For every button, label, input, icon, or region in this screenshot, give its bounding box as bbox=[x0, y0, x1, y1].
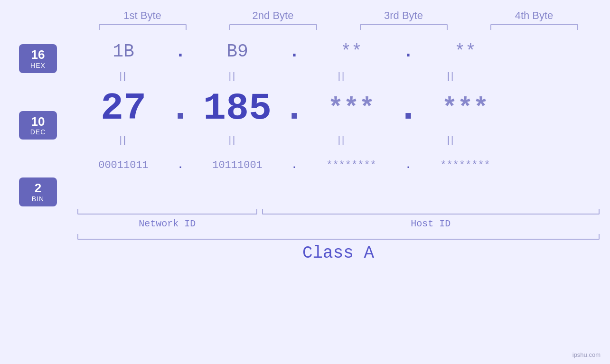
class-outer-bracket bbox=[77, 234, 600, 240]
bin-dot3: . bbox=[401, 159, 415, 171]
class-row: Class A bbox=[77, 234, 600, 263]
network-id-label: Network ID bbox=[77, 218, 258, 229]
bin-b4-value: ******** bbox=[440, 159, 490, 171]
bracket-bottom-host bbox=[262, 209, 599, 215]
hex-b4-value: ** bbox=[454, 41, 476, 62]
hex-b4-cell: ** bbox=[418, 41, 513, 62]
bin-row: 00011011 . 10111001 . ******** . *******… bbox=[66, 149, 610, 182]
hex-b1-value: 1B bbox=[113, 41, 134, 62]
bin-name: BIN bbox=[25, 195, 51, 203]
dec-b1-cell: 27 bbox=[76, 87, 171, 130]
eq1-b3: || bbox=[294, 71, 389, 82]
bottom-section: Network ID Host ID bbox=[77, 209, 600, 229]
bin-badge: 2 BIN bbox=[19, 177, 57, 206]
dec-b3-value: *** bbox=[328, 93, 375, 123]
byte2-header: 2nd Byte bbox=[225, 9, 320, 22]
eq1-b1: || bbox=[76, 71, 171, 82]
hex-b1-cell: 1B bbox=[76, 41, 171, 62]
dec-b4-value: *** bbox=[441, 93, 488, 123]
byte1-header: 1st Byte bbox=[95, 9, 190, 22]
dec-dot1: . bbox=[173, 87, 188, 130]
bin-dot2: . bbox=[287, 159, 301, 171]
bin-b1-cell: 00011011 bbox=[76, 159, 171, 171]
bracket-top-1 bbox=[99, 24, 187, 30]
hex-dot3: . bbox=[401, 41, 415, 62]
bin-b1-value: 00011011 bbox=[98, 159, 149, 171]
dec-dot3: . bbox=[401, 87, 415, 130]
dec-number: 10 bbox=[25, 115, 51, 129]
hex-name: HEX bbox=[25, 62, 51, 69]
host-id-label: Host ID bbox=[262, 218, 599, 229]
eq2-b3: || bbox=[294, 135, 389, 146]
bin-b2-cell: 10111001 bbox=[190, 159, 285, 171]
eq2-b1: || bbox=[76, 135, 171, 146]
hex-dot1: . bbox=[173, 41, 188, 62]
bin-b2-value: 10111001 bbox=[212, 159, 263, 171]
dec-b4-cell: *** bbox=[418, 93, 513, 123]
base-labels: 16 HEX 10 DEC 2 BIN bbox=[0, 44, 66, 206]
bin-b4-cell: ******** bbox=[418, 159, 513, 171]
dec-dot2: . bbox=[287, 87, 301, 130]
eq2-b4: || bbox=[404, 135, 498, 146]
hex-row: 1B . B9 . ** . ** bbox=[66, 35, 610, 68]
bracket-bottom-network bbox=[77, 209, 258, 215]
bracket-top-3 bbox=[360, 24, 448, 30]
dec-badge: 10 DEC bbox=[19, 111, 57, 140]
watermark: ipshu.com bbox=[572, 351, 601, 358]
bin-number: 2 bbox=[25, 181, 51, 195]
bracket-top-4 bbox=[490, 24, 578, 30]
hex-dot2: . bbox=[287, 41, 301, 62]
dec-name: DEC bbox=[25, 128, 51, 136]
dec-b2-cell: 185 bbox=[190, 87, 285, 130]
dec-b3-cell: *** bbox=[304, 93, 399, 123]
main-container: 1st Byte 2nd Byte 3rd Byte 4th Byte 16 H… bbox=[0, 0, 610, 364]
dec-b1-value: 27 bbox=[101, 87, 146, 130]
hex-badge: 16 HEX bbox=[19, 44, 57, 73]
hex-b3-cell: ** bbox=[304, 41, 399, 62]
hex-number: 16 bbox=[25, 48, 51, 62]
hex-b2-cell: B9 bbox=[190, 41, 285, 62]
dec-row: 27 . 185 . *** . *** bbox=[66, 84, 610, 132]
bin-dot1: . bbox=[173, 159, 188, 171]
main-area: 16 HEX 10 DEC 2 BIN 1B . B9 bbox=[0, 35, 610, 206]
eq1-b2: || bbox=[185, 71, 280, 82]
bottom-bracket-row bbox=[77, 209, 600, 215]
byte-headers: 1st Byte 2nd Byte 3rd Byte 4th Byte bbox=[77, 9, 600, 22]
id-labels: Network ID Host ID bbox=[77, 218, 600, 229]
equals-row-1: || || || || bbox=[66, 68, 610, 84]
eq1-b4: || bbox=[404, 71, 498, 82]
class-label: Class A bbox=[77, 243, 600, 263]
content-grid: 1B . B9 . ** . ** || || bbox=[66, 35, 610, 182]
eq2-b2: || bbox=[185, 135, 280, 146]
dec-b2-value: 185 bbox=[203, 87, 272, 130]
bin-b3-cell: ******** bbox=[304, 159, 399, 171]
hex-b3-value: ** bbox=[340, 41, 362, 62]
top-brackets bbox=[77, 24, 600, 30]
byte3-header: 3rd Byte bbox=[356, 9, 451, 22]
equals-row-2: || || || || bbox=[66, 132, 610, 149]
bracket-top-2 bbox=[229, 24, 317, 30]
bin-b3-value: ******** bbox=[326, 159, 376, 171]
byte4-header: 4th Byte bbox=[487, 9, 582, 22]
hex-b2-value: B9 bbox=[226, 41, 248, 62]
